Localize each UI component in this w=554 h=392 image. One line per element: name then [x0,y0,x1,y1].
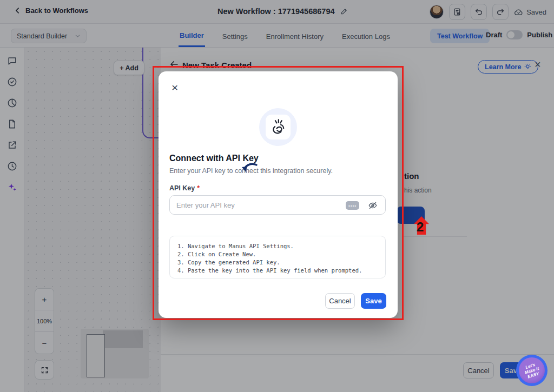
modal-save-button[interactable]: Save [361,293,386,309]
api-key-modal: × Connect with API Key Enter your API ke… [159,71,398,318]
instruction-line: 2. Click on Create New. [177,250,378,258]
api-key-label: API Key* [169,184,200,192]
api-key-label-text: API Key [169,184,195,192]
instruction-line: 4. Paste the key into the API key field … [177,267,378,275]
instruction-line: 3. Copy the generated API key. [177,258,378,267]
watermark-text: Let's Make It EASY [520,360,544,380]
modal-cancel-button[interactable]: Cancel [325,293,355,309]
workflow-builder-app: Back to Workflows New Workflow : 1771945… [0,0,554,392]
api-key-input[interactable] [170,196,354,214]
modal-subtitle: Enter your API key to connect this integ… [169,167,333,175]
modal-title: Connect with API Key [169,154,259,163]
api-key-instructions: 1. Navigate to Manus API Settings. 2. Cl… [169,236,386,278]
annotation-step-marker: 2 [414,216,429,235]
eye-off-icon[interactable] [368,201,378,210]
integration-icon-circle [259,108,297,146]
watermark-badge: Let's Make It EASY [516,355,548,386]
password-dots-icon[interactable]: •••• [346,201,359,210]
api-key-field-wrap: •••• [169,195,386,215]
modal-close-icon[interactable]: × [172,82,178,93]
watermark-badge-inner: Let's Make It EASY [519,357,545,383]
step-number: 2 [417,220,424,235]
instruction-line: 1. Navigate to Manus API Settings. [177,242,378,250]
snap-fingers-icon [266,115,291,139]
required-asterisk: * [197,184,200,192]
